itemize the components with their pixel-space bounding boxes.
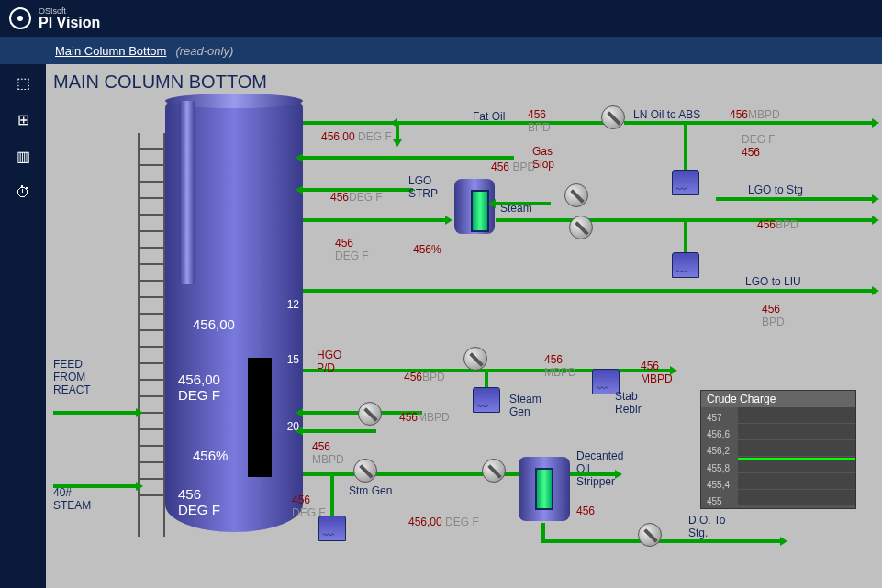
lgo-strp-pct: 456%: [413, 243, 441, 256]
decanted-val: 456: [576, 505, 595, 517]
pipe-lgo-liu: [303, 289, 872, 293]
hgo-v2: 456MBPD: [544, 353, 576, 379]
tank-hgo: [473, 387, 500, 413]
stmgen-top-val: 456MBPD: [312, 440, 344, 466]
pump-lnoil: [601, 105, 625, 129]
nav-plusminus-icon[interactable]: ⊞: [14, 110, 32, 128]
pipe-row2: [303, 156, 514, 160]
lgo-liu-val: 456BPD: [762, 303, 785, 328]
col-val3: 456%: [193, 448, 228, 463]
topbar: OSIsoft PI Vision: [0, 0, 882, 37]
nav-library-icon[interactable]: ▥: [14, 147, 32, 165]
brand-text: OSIsoft PI Vision: [39, 7, 100, 30]
pump-lgo2: [569, 216, 593, 239]
feed-from-react-label: FEED FROM REACT: [53, 358, 91, 396]
pump-hgo: [463, 347, 487, 371]
crude-charge-trend[interactable]: Crude Charge 457 456,6 456,2 455,8 455,4…: [700, 390, 856, 509]
tank-lnoil: [672, 170, 699, 195]
tank-stmgen: [318, 516, 346, 541]
col-val1: 456,00: [193, 316, 235, 332]
column-sensor-bar: [248, 358, 272, 477]
stmgen-right-val: 456,00 DEG F: [408, 516, 479, 528]
brand-product: PI Vision: [39, 16, 100, 30]
trend-title: Crude Charge: [701, 391, 855, 407]
page-title[interactable]: Main Column Bottom: [55, 44, 166, 58]
lgo-stg-val: 456BPD: [757, 218, 798, 231]
breadcrumb-bar: Main Column Bottom (read-only): [0, 37, 882, 64]
left-nav: ⬚ ⊞ ▥ ⏱: [0, 64, 46, 588]
col-val4: 456DEG F: [178, 486, 220, 517]
pipe-fatoil-in: [397, 121, 618, 125]
stab-reblr-label: Stab Reblr: [615, 390, 642, 416]
pipe-row3: [303, 218, 445, 222]
nav-cube-icon[interactable]: ⬚: [14, 73, 32, 92]
row3-val: 456DEG F: [335, 237, 369, 262]
degf-tr: DEG F456: [742, 133, 776, 159]
gas-slop-label: Gas Slop: [532, 145, 554, 171]
ladder-icon: [138, 133, 165, 537]
lgo-liu-label: LGO to LIU: [745, 275, 801, 288]
steam-40-label: 40# STEAM: [53, 486, 91, 512]
trend-yaxis: 457 456,6 456,2 455,8 455,4 455: [701, 411, 738, 508]
decanted-label: Decanted Oil Stripper: [576, 449, 623, 488]
tray-tag-15: 15: [287, 353, 299, 366]
row2-val: 456DEG F: [330, 191, 383, 204]
pipe-feed: [53, 411, 136, 415]
lgo-strp-label: LGO STRP: [408, 174, 438, 200]
pump-stmgen: [353, 459, 377, 483]
lnoil-label: LN Oil to ABS: [633, 108, 700, 121]
main-column-vessel: 12 15 20 456,00 456,00DEG F 456% 456DEG …: [138, 101, 303, 541]
stmgen-label: Stm Gen: [349, 484, 392, 497]
lnoil-val: 456MBPD: [730, 108, 780, 121]
pump-gasslop: [564, 183, 588, 207]
pipe-lnoil: [624, 121, 872, 125]
hgo-v1: 456BPD: [404, 371, 445, 383]
decanted-oil-stripper-vessel: [519, 457, 570, 521]
nav-clock-icon[interactable]: ⏱: [14, 183, 32, 202]
midrow-val: 456MBPD: [399, 411, 450, 424]
trend-line: [738, 458, 855, 460]
fatoil-label: Fat Oil: [473, 110, 505, 123]
fatoil-val: 456BPD: [528, 108, 551, 134]
pump-decanted-feed: [482, 459, 506, 483]
page-readonly-badge: (read-only): [175, 44, 233, 58]
col-val2: 456,00DEG F: [178, 372, 220, 403]
pump-midrow: [358, 402, 382, 426]
pipe-do-stg: [541, 539, 780, 543]
tray-tag-12: 12: [287, 298, 299, 311]
tank-lgo: [672, 252, 699, 278]
brand-logo-icon: [9, 7, 31, 29]
steam-gen-label: Steam Gen: [509, 393, 541, 418]
row1-val: 456,00 DEG F: [321, 130, 392, 143]
hgo-label: HGO P/D: [317, 349, 341, 374]
stab-val: 456 MBPD: [641, 360, 673, 385]
diagram-title: MAIN COLUMN BOTTOM: [53, 72, 267, 93]
diagram-canvas[interactable]: MAIN COLUMN BOTTOM 12 15 20 456,00 456,0…: [46, 64, 882, 588]
do-stg-label: D.O. To Stg.: [688, 514, 725, 539]
row2b-val: 456 BPD: [491, 161, 535, 173]
pipe-steam40: [53, 484, 136, 488]
lgo-stg-label: LGO to Stg: [748, 183, 803, 196]
pump-do: [638, 523, 662, 547]
